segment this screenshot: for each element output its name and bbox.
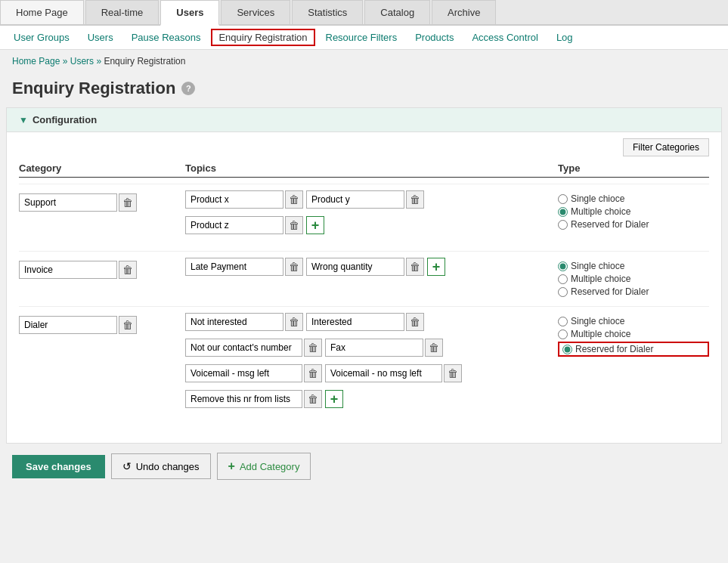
subnav-enquiryregistration[interactable]: Enquiry Registration [211, 29, 314, 46]
radio-single-support[interactable]: Single chioce [558, 193, 709, 204]
category-invoice-input[interactable] [19, 261, 117, 279]
delete-removelist-button[interactable]: 🗑 [304, 390, 322, 408]
delete-fax-button[interactable]: 🗑 [425, 339, 443, 357]
delete-voicemailnomsg-button[interactable]: 🗑 [444, 364, 462, 382]
category-support-cell: 🗑 [19, 190, 185, 216]
radio-reserved-invoice[interactable]: Reserved for Dialer [558, 286, 709, 297]
topic-voicemailnomsg-input[interactable] [325, 364, 442, 382]
category-support-input[interactable] [19, 193, 117, 212]
radio-reserved-support-input[interactable] [558, 220, 568, 230]
add-category-button[interactable]: + Add Category [217, 453, 311, 480]
topics-invoice-row1: 🗑 🗑 + [185, 258, 558, 280]
subnav-log[interactable]: Log [549, 29, 581, 46]
radio-reserved-invoice-input[interactable] [558, 287, 568, 297]
radio-reserved-dialer-input[interactable] [562, 345, 572, 354]
subnav-products[interactable]: Products [407, 29, 461, 46]
main-content: ▼ Configuration Filter Categories Catego… [6, 107, 722, 444]
save-changes-button[interactable]: Save changes [12, 455, 105, 478]
radio-multiple-support[interactable]: Multiple choice [558, 206, 709, 217]
radio-multiple-support-input[interactable] [558, 207, 568, 217]
type-support-radio-group: Single chioce Multiple choice Reserved f… [558, 193, 709, 230]
topic-voicemailmsg-group: 🗑 [185, 364, 322, 382]
radio-reserved-support[interactable]: Reserved for Dialer [558, 219, 709, 230]
subnav-resourcefilters[interactable]: Resource Filters [318, 29, 405, 46]
radio-multiple-invoice-input[interactable] [558, 274, 568, 284]
help-icon[interactable]: ? [181, 82, 195, 95]
filter-btn-row: Filter Categories [19, 138, 709, 156]
topic-latepayment-input[interactable] [185, 258, 283, 276]
radio-single-invoice[interactable]: Single chioce [558, 261, 709, 271]
undo-icon: ↺ [122, 460, 132, 472]
delete-productx-button[interactable]: 🗑 [285, 190, 303, 209]
delete-productz-button[interactable]: 🗑 [285, 216, 303, 234]
add-support-topic-button[interactable]: + [306, 216, 324, 234]
breadcrumb-homepage[interactable]: Home Page [12, 56, 60, 67]
topic-voicemailmsg-input[interactable] [185, 364, 302, 382]
topic-notcontact-group: 🗑 [185, 339, 322, 357]
delete-dialer-button[interactable]: 🗑 [119, 316, 137, 334]
topic-fax-input[interactable] [325, 339, 423, 357]
radio-multiple-invoice[interactable]: Multiple choice [558, 274, 709, 284]
radio-single-dialer[interactable]: Single chioce [558, 316, 709, 326]
topic-producty-input[interactable] [306, 190, 404, 209]
delete-notinterested-button[interactable]: 🗑 [285, 313, 303, 331]
radio-multiple-invoice-label: Multiple choice [571, 274, 630, 284]
col-type-header: Type [558, 162, 709, 174]
radio-single-support-label: Single chioce [571, 193, 624, 204]
topic-interested-group: 🗑 [306, 313, 424, 331]
filter-categories-button[interactable]: Filter Categories [623, 138, 709, 156]
radio-single-dialer-label: Single chioce [571, 316, 624, 326]
category-invoice-cell: 🗑 [19, 258, 185, 283]
tab-archive[interactable]: Archive [432, 0, 496, 24]
delete-wrongqty-button[interactable]: 🗑 [406, 258, 424, 276]
type-invoice-radio-group: Single chioce Multiple choice Reserved f… [558, 261, 709, 297]
delete-invoice-button[interactable]: 🗑 [119, 261, 137, 279]
radio-reserved-dialer[interactable]: Reserved for Dialer [558, 342, 709, 357]
subnav-pausereasons[interactable]: Pause Reasons [124, 29, 209, 46]
undo-changes-button[interactable]: ↺ Undo changes [111, 453, 211, 479]
collapse-icon[interactable]: ▼ [19, 115, 28, 125]
topic-removelist-input[interactable] [185, 390, 302, 408]
topic-notinterested-input[interactable] [185, 313, 283, 331]
tab-homepage[interactable]: Home Page [0, 0, 84, 24]
radio-reserved-support-label: Reserved for Dialer [571, 219, 649, 230]
delete-interested-button[interactable]: 🗑 [406, 313, 424, 331]
delete-latepayment-button[interactable]: 🗑 [285, 258, 303, 276]
tab-users[interactable]: Users [160, 0, 219, 26]
tab-services[interactable]: Services [221, 0, 290, 24]
add-dialer-topic-button[interactable]: + [325, 390, 343, 408]
topics-dialer-row4: 🗑 + [185, 390, 558, 413]
topic-latepayment-group: 🗑 [185, 258, 303, 276]
topic-productx-group: 🗑 [185, 190, 303, 209]
subnav-users[interactable]: Users [80, 29, 121, 46]
topic-productz-input[interactable] [185, 216, 283, 234]
tab-catalog[interactable]: Catalog [364, 0, 430, 24]
category-dialer-input[interactable] [19, 316, 117, 334]
radio-single-invoice-input[interactable] [558, 261, 568, 271]
breadcrumb-users[interactable]: Users [70, 56, 94, 67]
type-dialer-radio-group: Single chioce Multiple choice Reserved f… [558, 316, 709, 357]
tab-statistics[interactable]: Statistics [292, 0, 363, 24]
subnav-usergroups[interactable]: User Groups [6, 29, 77, 46]
tab-realtime[interactable]: Real-time [85, 0, 160, 24]
radio-single-support-input[interactable] [558, 194, 568, 204]
topic-notinterested-group: 🗑 [185, 313, 303, 331]
subnav-accesscontrol[interactable]: Access Control [464, 29, 545, 46]
topic-productx-input[interactable] [185, 190, 283, 209]
delete-support-button[interactable]: 🗑 [119, 193, 137, 212]
radio-reserved-dialer-label: Reserved for Dialer [575, 344, 653, 354]
topic-wrongqty-input[interactable] [306, 258, 404, 276]
radio-multiple-dialer-label: Multiple choice [571, 329, 630, 339]
config-header: ▼ Configuration [7, 108, 721, 132]
delete-voicemailmsg-button[interactable]: 🗑 [304, 364, 322, 382]
delete-producty-button[interactable]: 🗑 [406, 190, 424, 209]
topic-interested-input[interactable] [306, 313, 404, 331]
topic-notcontact-input[interactable] [185, 339, 302, 357]
topic-wrongqty-group: 🗑 [306, 258, 424, 276]
add-invoice-topic-button[interactable]: + [427, 258, 445, 276]
radio-multiple-dialer-input[interactable] [558, 329, 568, 339]
radio-multiple-dialer[interactable]: Multiple choice [558, 329, 709, 339]
type-dialer-cell: Single chioce Multiple choice Reserved f… [558, 313, 709, 357]
delete-notcontact-button[interactable]: 🗑 [304, 339, 322, 357]
radio-single-dialer-input[interactable] [558, 317, 568, 326]
